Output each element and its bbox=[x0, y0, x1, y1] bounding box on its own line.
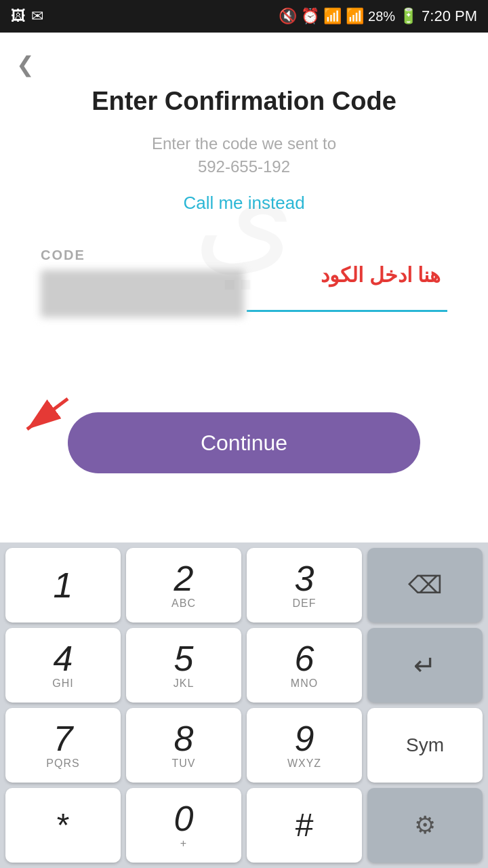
page-title: Enter Confirmation Code bbox=[92, 87, 396, 116]
key-0-number: 0 bbox=[174, 801, 194, 836]
key-star[interactable]: * bbox=[5, 788, 121, 863]
subtitle-line2: 592-655-192 bbox=[152, 155, 336, 178]
key-0-letters: + bbox=[180, 837, 187, 850]
key-star-symbol: * bbox=[57, 809, 70, 842]
code-label: CODE bbox=[41, 248, 85, 263]
key-2-letters: ABC bbox=[171, 597, 196, 610]
key-4-letters: GHI bbox=[52, 677, 73, 690]
key-3-number: 3 bbox=[295, 561, 314, 596]
keyboard-row-2: 4 GHI 5 JKL 6 MNO ↵ bbox=[5, 628, 483, 703]
signal-icon: 📶 bbox=[346, 7, 364, 25]
key-7-number: 7 bbox=[54, 721, 73, 756]
key-4[interactable]: 4 GHI bbox=[5, 628, 121, 703]
subtitle-line1: Enter the code we sent to bbox=[152, 132, 336, 155]
code-underline bbox=[247, 310, 447, 312]
sym-label: Sym bbox=[406, 734, 444, 756]
key-5-number: 5 bbox=[174, 641, 194, 676]
continue-button[interactable]: Continue bbox=[68, 412, 420, 473]
keyboard-row-1: 1 2 ABC 3 DEF ⌫ bbox=[5, 548, 483, 623]
code-input-area: هنا ادخل الكود bbox=[27, 270, 461, 317]
key-6-number: 6 bbox=[295, 641, 314, 676]
key-7[interactable]: 7 PQRS bbox=[5, 708, 121, 783]
key-2-number: 2 bbox=[174, 561, 194, 596]
keyboard-row-4: * 0 + # ⚙ bbox=[5, 788, 483, 863]
status-icons: 🔇 ⏰ 📶 📶 28% 🔋 7:20 PM bbox=[279, 7, 477, 25]
key-7-letters: PQRS bbox=[46, 757, 79, 770]
wifi-icon: 📶 bbox=[323, 7, 342, 25]
key-settings[interactable]: ⚙ bbox=[367, 788, 483, 863]
main-content: ❮ Enter Confirmation Code Enter the code… bbox=[0, 33, 488, 542]
key-9-letters: WXYZ bbox=[287, 757, 321, 770]
key-4-number: 4 bbox=[54, 641, 73, 676]
key-8-number: 8 bbox=[174, 721, 194, 756]
message-icon: ✉ bbox=[31, 7, 43, 25]
key-3[interactable]: 3 DEF bbox=[247, 548, 362, 623]
key-1[interactable]: 1 bbox=[5, 548, 121, 623]
backspace-icon: ⌫ bbox=[408, 571, 443, 599]
key-2[interactable]: 2 ABC bbox=[126, 548, 241, 623]
continue-section: Continue bbox=[68, 358, 420, 473]
gallery-icon: 🖼 bbox=[11, 7, 26, 25]
key-9-number: 9 bbox=[295, 721, 314, 756]
key-5[interactable]: 5 JKL bbox=[126, 628, 241, 703]
key-1-number: 1 bbox=[54, 568, 73, 603]
key-backspace[interactable]: ⌫ bbox=[367, 548, 483, 623]
key-8-letters: TUV bbox=[172, 757, 196, 770]
call-me-link[interactable]: Call me instead bbox=[183, 193, 304, 214]
code-blurred-value bbox=[41, 270, 244, 317]
keyboard: 1 2 ABC 3 DEF ⌫ 4 GHI 5 JKL 6 MNO ↵ bbox=[0, 542, 488, 868]
battery-icon: 🔋 bbox=[399, 7, 418, 25]
key-6-letters: MNO bbox=[291, 677, 318, 690]
status-time: 7:20 PM bbox=[422, 7, 477, 25]
continue-button-label: Continue bbox=[201, 431, 287, 456]
alarm-icon: ⏰ bbox=[301, 7, 319, 25]
status-bar-left: 🖼 ✉ bbox=[11, 7, 43, 25]
key-6[interactable]: 6 MNO bbox=[247, 628, 362, 703]
settings-gear-icon: ⚙ bbox=[414, 811, 436, 840]
key-0[interactable]: 0 + bbox=[126, 788, 241, 863]
key-hash[interactable]: # bbox=[247, 788, 362, 863]
key-hash-symbol: # bbox=[296, 809, 314, 842]
red-arrow-icon bbox=[14, 395, 75, 436]
key-enter[interactable]: ↵ bbox=[367, 628, 483, 703]
key-sym[interactable]: Sym bbox=[367, 708, 483, 783]
enter-icon: ↵ bbox=[413, 650, 436, 681]
key-5-letters: JKL bbox=[174, 677, 195, 690]
mute-icon: 🔇 bbox=[279, 7, 297, 25]
svg-line-2 bbox=[27, 399, 68, 429]
status-bar: 🖼 ✉ 🔇 ⏰ 📶 📶 28% 🔋 7:20 PM bbox=[0, 0, 488, 33]
battery-level: 28% bbox=[368, 9, 395, 24]
subtitle: Enter the code we sent to 592-655-192 bbox=[152, 132, 336, 178]
keyboard-row-3: 7 PQRS 8 TUV 9 WXYZ Sym bbox=[5, 708, 483, 783]
back-button[interactable]: ❮ bbox=[16, 52, 35, 77]
key-8[interactable]: 8 TUV bbox=[126, 708, 241, 783]
key-9[interactable]: 9 WXYZ bbox=[247, 708, 362, 783]
key-3-letters: DEF bbox=[293, 597, 317, 610]
arabic-hint: هنا ادخل الكود bbox=[321, 263, 441, 287]
